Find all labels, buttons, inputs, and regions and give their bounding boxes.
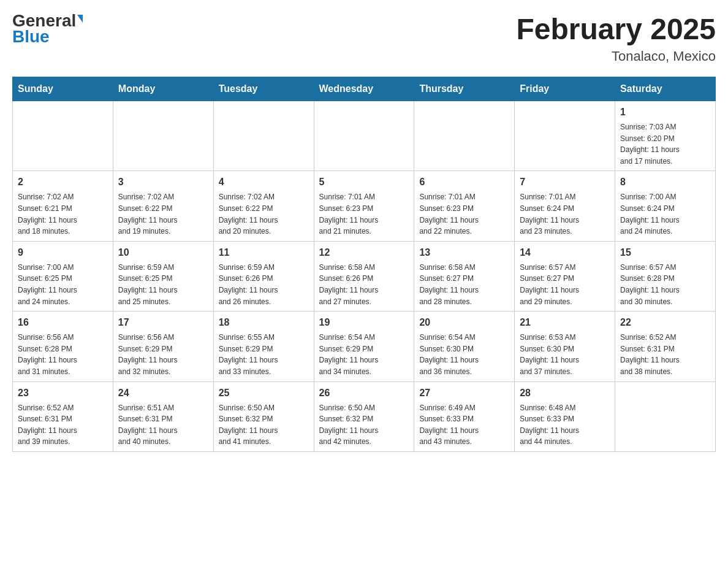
day-number: 17 — [118, 315, 208, 330]
day-number: 12 — [319, 245, 409, 260]
day-number: 4 — [219, 175, 309, 190]
day-info: Sunrise: 7:02 AM Sunset: 6:21 PM Dayligh… — [18, 191, 108, 237]
day-number: 24 — [118, 386, 208, 400]
day-number: 22 — [620, 315, 710, 330]
day-number: 28 — [520, 386, 610, 400]
calendar-cell: 28Sunrise: 6:48 AM Sunset: 6:33 PM Dayli… — [515, 381, 615, 451]
day-number: 7 — [520, 175, 610, 190]
day-info: Sunrise: 6:58 AM Sunset: 6:26 PM Dayligh… — [319, 262, 409, 307]
col-wednesday: Wednesday — [314, 77, 414, 101]
col-monday: Monday — [113, 77, 213, 101]
day-info: Sunrise: 7:03 AM Sunset: 6:20 PM Dayligh… — [620, 121, 710, 167]
day-info: Sunrise: 6:58 AM Sunset: 6:27 PM Dayligh… — [419, 262, 509, 307]
day-number: 15 — [620, 245, 710, 260]
calendar-cell: 2Sunrise: 7:02 AM Sunset: 6:21 PM Daylig… — [13, 171, 113, 241]
day-info: Sunrise: 6:54 AM Sunset: 6:30 PM Dayligh… — [419, 332, 509, 377]
day-number: 18 — [219, 315, 309, 330]
calendar-cell: 11Sunrise: 6:59 AM Sunset: 6:26 PM Dayli… — [213, 241, 314, 311]
calendar-cell — [213, 101, 314, 171]
calendar-cell: 16Sunrise: 6:56 AM Sunset: 6:28 PM Dayli… — [13, 312, 113, 381]
logo-triangle-icon — [77, 15, 83, 23]
calendar-cell — [515, 101, 615, 171]
logo-blue: Blue — [12, 27, 50, 47]
title-section: February 2025 Tonalaco, Mexico — [516, 12, 716, 64]
day-number: 3 — [118, 175, 208, 190]
calendar-cell — [615, 381, 716, 451]
day-number: 16 — [18, 315, 108, 330]
day-number: 19 — [319, 315, 409, 330]
day-info: Sunrise: 6:52 AM Sunset: 6:31 PM Dayligh… — [18, 402, 108, 448]
calendar-cell: 15Sunrise: 6:57 AM Sunset: 6:28 PM Dayli… — [615, 241, 716, 311]
day-number: 14 — [520, 245, 610, 260]
day-number: 21 — [520, 315, 610, 330]
col-friday: Friday — [515, 77, 615, 101]
day-number: 6 — [419, 175, 509, 190]
calendar-cell: 20Sunrise: 6:54 AM Sunset: 6:30 PM Dayli… — [414, 312, 515, 381]
calendar-cell: 25Sunrise: 6:50 AM Sunset: 6:32 PM Dayli… — [213, 381, 314, 451]
day-info: Sunrise: 6:49 AM Sunset: 6:33 PM Dayligh… — [419, 402, 509, 448]
day-info: Sunrise: 7:02 AM Sunset: 6:22 PM Dayligh… — [219, 191, 309, 237]
day-info: Sunrise: 6:48 AM Sunset: 6:33 PM Dayligh… — [520, 402, 610, 448]
day-number: 23 — [18, 386, 108, 400]
day-info: Sunrise: 7:00 AM Sunset: 6:24 PM Dayligh… — [620, 191, 710, 237]
week-row-2: 2Sunrise: 7:02 AM Sunset: 6:21 PM Daylig… — [13, 171, 716, 241]
calendar-cell: 14Sunrise: 6:57 AM Sunset: 6:27 PM Dayli… — [515, 241, 615, 311]
location: Tonalaco, Mexico — [516, 48, 716, 64]
col-sunday: Sunday — [13, 77, 113, 101]
day-number: 27 — [419, 386, 509, 400]
day-number: 20 — [419, 315, 509, 330]
calendar-cell: 24Sunrise: 6:51 AM Sunset: 6:31 PM Dayli… — [113, 381, 213, 451]
month-title: February 2025 — [516, 12, 716, 46]
day-info: Sunrise: 6:59 AM Sunset: 6:25 PM Dayligh… — [118, 262, 208, 307]
day-info: Sunrise: 7:01 AM Sunset: 6:23 PM Dayligh… — [419, 191, 509, 237]
page-header: General Blue February 2025 Tonalaco, Mex… — [12, 12, 716, 64]
day-number: 10 — [118, 245, 208, 260]
calendar-cell: 6Sunrise: 7:01 AM Sunset: 6:23 PM Daylig… — [414, 171, 515, 241]
week-row-5: 23Sunrise: 6:52 AM Sunset: 6:31 PM Dayli… — [13, 381, 716, 451]
day-number: 2 — [18, 175, 108, 190]
week-row-4: 16Sunrise: 6:56 AM Sunset: 6:28 PM Dayli… — [13, 312, 716, 381]
day-info: Sunrise: 6:57 AM Sunset: 6:28 PM Dayligh… — [620, 262, 710, 307]
day-info: Sunrise: 6:50 AM Sunset: 6:32 PM Dayligh… — [319, 402, 409, 448]
calendar-cell — [113, 101, 213, 171]
calendar-table: Sunday Monday Tuesday Wednesday Thursday… — [12, 77, 716, 452]
day-info: Sunrise: 7:01 AM Sunset: 6:24 PM Dayligh… — [520, 191, 610, 237]
col-thursday: Thursday — [414, 77, 515, 101]
calendar-cell: 7Sunrise: 7:01 AM Sunset: 6:24 PM Daylig… — [515, 171, 615, 241]
week-row-1: 1Sunrise: 7:03 AM Sunset: 6:20 PM Daylig… — [13, 101, 716, 171]
calendar-cell: 9Sunrise: 7:00 AM Sunset: 6:25 PM Daylig… — [13, 241, 113, 311]
calendar-cell: 19Sunrise: 6:54 AM Sunset: 6:29 PM Dayli… — [314, 312, 414, 381]
day-number: 26 — [319, 386, 409, 400]
day-info: Sunrise: 6:55 AM Sunset: 6:29 PM Dayligh… — [219, 332, 309, 377]
calendar-cell: 21Sunrise: 6:53 AM Sunset: 6:30 PM Dayli… — [515, 312, 615, 381]
calendar-cell: 17Sunrise: 6:56 AM Sunset: 6:29 PM Dayli… — [113, 312, 213, 381]
day-info: Sunrise: 6:54 AM Sunset: 6:29 PM Dayligh… — [319, 332, 409, 377]
col-saturday: Saturday — [615, 77, 716, 101]
calendar-cell: 10Sunrise: 6:59 AM Sunset: 6:25 PM Dayli… — [113, 241, 213, 311]
day-number: 25 — [219, 386, 309, 400]
calendar-cell: 26Sunrise: 6:50 AM Sunset: 6:32 PM Dayli… — [314, 381, 414, 451]
day-info: Sunrise: 6:52 AM Sunset: 6:31 PM Dayligh… — [620, 332, 710, 377]
day-info: Sunrise: 7:02 AM Sunset: 6:22 PM Dayligh… — [118, 191, 208, 237]
calendar-cell: 5Sunrise: 7:01 AM Sunset: 6:23 PM Daylig… — [314, 171, 414, 241]
day-info: Sunrise: 6:53 AM Sunset: 6:30 PM Dayligh… — [520, 332, 610, 377]
col-tuesday: Tuesday — [213, 77, 314, 101]
day-number: 8 — [620, 175, 710, 190]
calendar-cell: 1Sunrise: 7:03 AM Sunset: 6:20 PM Daylig… — [615, 101, 716, 171]
calendar-cell — [414, 101, 515, 171]
calendar-cell — [13, 101, 113, 171]
day-info: Sunrise: 7:01 AM Sunset: 6:23 PM Dayligh… — [319, 191, 409, 237]
day-number: 5 — [319, 175, 409, 190]
calendar-cell: 23Sunrise: 6:52 AM Sunset: 6:31 PM Dayli… — [13, 381, 113, 451]
day-info: Sunrise: 6:59 AM Sunset: 6:26 PM Dayligh… — [219, 262, 309, 307]
calendar-cell — [314, 101, 414, 171]
day-info: Sunrise: 7:00 AM Sunset: 6:25 PM Dayligh… — [18, 262, 108, 307]
calendar-cell: 3Sunrise: 7:02 AM Sunset: 6:22 PM Daylig… — [113, 171, 213, 241]
day-info: Sunrise: 6:51 AM Sunset: 6:31 PM Dayligh… — [118, 402, 208, 448]
day-info: Sunrise: 6:50 AM Sunset: 6:32 PM Dayligh… — [219, 402, 309, 448]
day-info: Sunrise: 6:56 AM Sunset: 6:29 PM Dayligh… — [118, 332, 208, 377]
day-number: 11 — [219, 245, 309, 260]
day-info: Sunrise: 6:56 AM Sunset: 6:28 PM Dayligh… — [18, 332, 108, 377]
day-number: 13 — [419, 245, 509, 260]
day-number: 9 — [18, 245, 108, 260]
